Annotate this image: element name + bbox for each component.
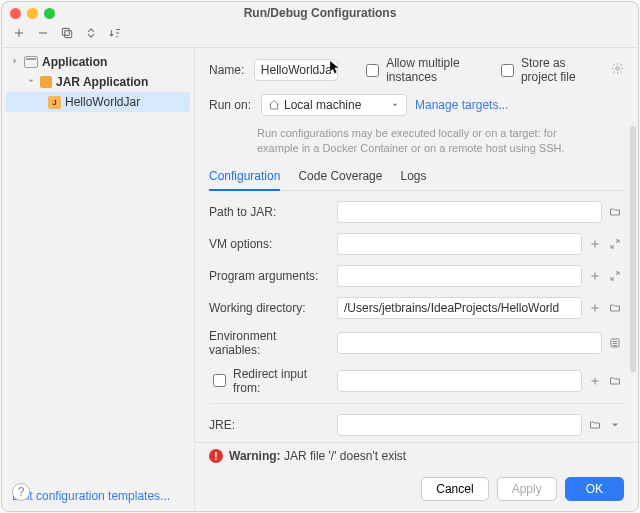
jar-application-icon [40, 76, 52, 88]
add-config-button[interactable] [12, 26, 26, 43]
tab-logs[interactable]: Logs [400, 163, 426, 190]
sort-button[interactable] [108, 26, 122, 43]
working-dir-label: Working directory: [209, 301, 331, 315]
dialog-title: Run/Debug Configurations [2, 6, 638, 20]
allow-multiple-checkbox[interactable]: Allow multiple instances [362, 56, 489, 84]
scrollbar[interactable] [630, 126, 636, 372]
config-tree-sidebar: Application JAR Application J HelloWorld… [2, 48, 195, 511]
config-toolbar [2, 24, 638, 48]
name-label: Name: [209, 63, 246, 77]
svg-point-5 [616, 67, 619, 70]
add-icon[interactable] [586, 235, 604, 253]
chevron-down-icon [26, 75, 36, 89]
jre-input[interactable] [337, 414, 582, 436]
program-args-input[interactable] [337, 265, 582, 287]
env-vars-label: Environment variables: [209, 329, 331, 357]
divider [209, 403, 624, 404]
chevron-down-icon[interactable] [606, 416, 624, 434]
add-icon[interactable] [586, 299, 604, 317]
store-as-project-input[interactable] [501, 64, 514, 77]
home-icon [268, 99, 280, 111]
expand-icon[interactable] [606, 267, 624, 285]
runon-hint: Run configurations may be executed local… [209, 126, 624, 163]
working-dir-input[interactable] [337, 297, 582, 319]
chevron-right-icon [10, 55, 20, 69]
copy-config-button[interactable] [60, 26, 74, 43]
list-icon[interactable] [606, 334, 624, 352]
path-jar-label: Path to JAR: [209, 205, 331, 219]
add-icon[interactable] [586, 267, 604, 285]
redirect-input-path[interactable] [337, 370, 582, 392]
remove-config-button[interactable] [36, 26, 50, 43]
allow-multiple-input[interactable] [366, 64, 379, 77]
redirect-input-checkbox[interactable]: Redirect input from: [209, 367, 331, 395]
svg-rect-4 [62, 28, 69, 35]
browse-folder-icon[interactable] [606, 372, 624, 390]
ok-button[interactable]: OK [565, 477, 624, 501]
add-icon[interactable] [586, 372, 604, 390]
warning-bar: ! Warning: JAR file '/' doesn't exist [195, 442, 638, 469]
redirect-input-check[interactable] [213, 374, 226, 387]
config-tabs: Configuration Code Coverage Logs [209, 163, 624, 191]
cancel-button[interactable]: Cancel [421, 477, 488, 501]
vm-options-input[interactable] [337, 233, 582, 255]
tab-code-coverage[interactable]: Code Coverage [298, 163, 382, 190]
browse-folder-icon[interactable] [606, 299, 624, 317]
path-jar-input[interactable] [337, 201, 602, 223]
tab-configuration[interactable]: Configuration [209, 163, 280, 191]
tree-label: JAR Application [56, 75, 148, 89]
manage-targets-link[interactable]: Manage targets... [415, 98, 508, 112]
tree-label: HelloWorldJar [65, 95, 140, 109]
vm-options-label: VM options: [209, 237, 331, 251]
runon-label: Run on: [209, 98, 253, 112]
browse-folder-icon[interactable] [606, 203, 624, 221]
tree-node-application[interactable]: Application [2, 52, 194, 72]
expand-icon[interactable] [606, 235, 624, 253]
application-icon [24, 56, 38, 68]
env-vars-input[interactable] [337, 332, 602, 354]
warning-text: Warning: JAR file '/' doesn't exist [229, 449, 406, 463]
program-args-label: Program arguments: [209, 269, 331, 283]
help-button[interactable]: ? [12, 483, 30, 501]
edit-templates-link[interactable]: Edit configuration templates... [2, 481, 194, 511]
move-up-down-button[interactable] [84, 26, 98, 43]
jre-label: JRE: [209, 418, 331, 432]
jar-icon: J [48, 96, 61, 109]
chevron-down-icon [390, 100, 400, 110]
dialog-buttons: Cancel Apply OK [195, 469, 638, 511]
name-input[interactable] [254, 59, 338, 81]
run-debug-config-dialog: Run/Debug Configurations Application JAR… [1, 1, 639, 512]
titlebar: Run/Debug Configurations [2, 2, 638, 24]
svg-rect-3 [65, 31, 72, 38]
runon-select[interactable]: Local machine [261, 94, 407, 116]
tree-node-jar-application[interactable]: JAR Application [2, 72, 194, 92]
store-as-project-checkbox[interactable]: Store as project file [497, 56, 603, 84]
browse-folder-icon[interactable] [586, 416, 604, 434]
tree-label: Application [42, 55, 107, 69]
error-icon: ! [209, 449, 223, 463]
config-main-panel: Name: Allow multiple instances Store as … [195, 48, 638, 511]
apply-button[interactable]: Apply [497, 477, 557, 501]
tree-item-helloworldjar[interactable]: J HelloWorldJar [6, 92, 190, 112]
gear-icon[interactable] [611, 62, 624, 78]
